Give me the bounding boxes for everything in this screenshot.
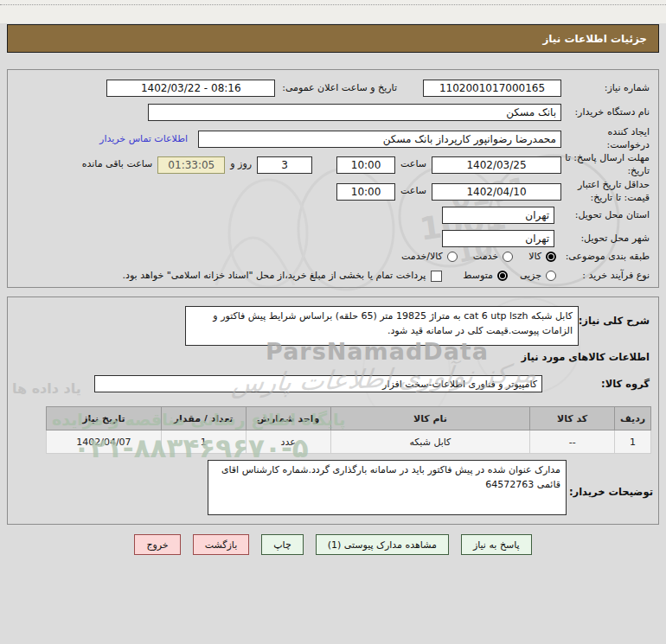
buyer-org-label: نام دستگاه خریدار: [563,106,650,119]
general-description-label: شرح کلی نیاز: [579,315,650,327]
days-and-label: روز و [230,158,252,171]
col-goods-code: کد کالا [530,407,615,430]
response-deadline-row: مهلت ارسال پاسخ: تا تاریخ: 1402/03/25 سا… [16,152,650,178]
general-info-panel: شماره نیاز: 1102001017000165 تاریخ و ساع… [7,69,659,288]
col-need-date: تاریخ نیاز [47,407,162,430]
days-remaining-field: 3 [257,156,312,174]
treasury-checkbox[interactable] [431,271,442,282]
price-validity-row: حداقل تاریخ اعتبار قیمت: تا تاریخ: 1402/… [16,179,650,205]
items-table-header-row: ردیف کد کالا نام کالا واحد شمارش تعداد /… [47,407,651,430]
need-number-row: شماره نیاز: 1102001017000165 تاریخ و ساع… [16,80,650,97]
col-count-unit: واحد شمارش [246,407,330,430]
hours-remaining-label: ساعت باقی مانده [82,158,153,171]
cell-count-unit: عدد [246,430,330,454]
deadline-time-field[interactable]: 10:00 [336,156,395,174]
col-quantity: تعداد / مقدار [161,407,246,430]
cell-goods-name: کابل شبکه [330,430,530,454]
radio-goods-icon[interactable] [546,252,556,262]
process-option-partial[interactable]: جزیی [520,270,556,283]
items-section-heading: اطلاعات کالاهای مورد نیاز [522,351,650,363]
classification-option-goods-service[interactable]: کالا/خدمت [401,251,458,264]
need-number-label: شماره نیاز: [563,82,650,95]
creator-row: ایجاد کننده درخواست: محمدرضا رضوانپور کا… [16,126,650,152]
action-buttons-row: پاسخ به نیاز مشاهده مدارک پیوستی (1) چاپ… [0,534,666,555]
classification-row: طبقه بندی موضوعی: کالا خدمت کالا/خدمت [16,251,650,264]
need-number-field[interactable]: 1102001017000165 [423,80,561,97]
back-button[interactable]: بازگشت [193,534,250,555]
creator-field[interactable]: محمدرضا رضوانپور کارپرداز بانک مسکن [198,131,561,148]
radio-service-icon[interactable] [503,252,513,262]
print-button[interactable]: چاپ [261,534,304,555]
announce-datetime-label: تاریخ و ساعت اعلان عمومی: [282,82,397,95]
col-row-number: ردیف [615,407,651,430]
process-option-medium[interactable]: متوسط [463,270,508,283]
cell-row-number: 1 [615,430,651,454]
delivery-city-field[interactable]: تهران [442,230,554,247]
delivery-city-row: شهر محل تحویل: تهران [16,230,650,247]
buyer-org-row: نام دستگاه خریدار: بانک مسکن [16,104,650,121]
cell-goods-code: -- [530,430,615,454]
cell-quantity: 1 [161,430,246,454]
exit-button[interactable]: خروج [134,534,180,555]
creator-label: ایجاد کننده درخواست: [563,126,650,152]
need-description-panel: شرح کلی نیاز: کابل شبکه cat 6 utp lszh ب… [7,296,659,525]
view-attached-documents-button[interactable]: مشاهده مدارک پیوستی (1) [316,534,449,555]
table-row[interactable]: 1 -- کابل شبکه عدد 1 1402/04/07 [47,430,651,454]
goods-group-label: گروه کالا: [601,378,650,390]
buyer-contact-link[interactable]: اطلاعات تماس خریدار [99,133,188,144]
respond-to-need-button[interactable]: پاسخ به نیاز [461,534,532,555]
deadline-date-field[interactable]: 1402/03/25 [432,156,561,174]
process-type-label: نوع فرآیند خرید : [563,270,650,283]
treasury-note: پرداخت تمام یا بخشی از مبلغ خرید،از محل … [123,270,426,283]
buyer-notes-field[interactable]: مدارک عنوان شده در پیش فاکتور باید در سا… [208,460,567,515]
page-title-bar: جزئیات اطلاعات نیاز [7,24,659,53]
delivery-province-label: استان محل تحویل: [563,209,650,222]
deadline-hour-label: ساعت [400,158,426,171]
price-validity-label: حداقل تاریخ اعتبار قیمت: تا تاریخ: [563,179,650,205]
classification-label: طبقه بندی موضوعی: [563,251,650,264]
delivery-province-field[interactable]: تهران [442,207,554,224]
page-title: جزئیات اطلاعات نیاز [542,33,647,45]
validity-date-field[interactable]: 1402/04/10 [432,183,561,201]
general-description-field[interactable]: کابل شبکه cat 6 utp lszh به متراژ 19825 … [185,306,579,346]
items-table: ردیف کد کالا نام کالا واحد شمارش تعداد /… [46,406,651,454]
radio-medium-icon[interactable] [497,271,508,281]
validity-hour-label: ساعت [400,185,426,198]
classification-option-service[interactable]: خدمت [473,251,513,264]
classification-option-goods[interactable]: کالا [528,251,556,264]
response-deadline-label: مهلت ارسال پاسخ: تا تاریخ: [563,152,650,178]
top-strip [0,0,666,23]
countdown-timer: 01:33:05 [157,156,225,174]
delivery-city-label: شهر محل تحویل: [563,233,650,245]
need-details-page: 0101 1001 10 جزئیات اطلاعات نیاز شماره ن… [0,0,666,644]
announce-datetime-field[interactable]: 1402/03/22 - 08:16 [106,80,275,97]
buyer-org-field[interactable]: بانک مسکن [148,104,561,121]
process-type-row: نوع فرآیند خرید : جزیی متوسط پرداخت تمام… [16,270,650,283]
cell-need-date: 1402/04/07 [47,430,162,454]
col-goods-name: نام کالا [330,407,530,430]
radio-partial-icon[interactable] [546,271,556,281]
delivery-province-row: استان محل تحویل: تهران [16,207,650,224]
validity-time-field[interactable]: 10:00 [336,183,395,201]
goods-group-field[interactable]: کامپیوتر و فناوری اطلاعات-سخت افزار [94,375,542,392]
buyer-notes-label: توضیحات خریدار: [567,486,653,498]
radio-goods-service-icon[interactable] [447,252,458,262]
